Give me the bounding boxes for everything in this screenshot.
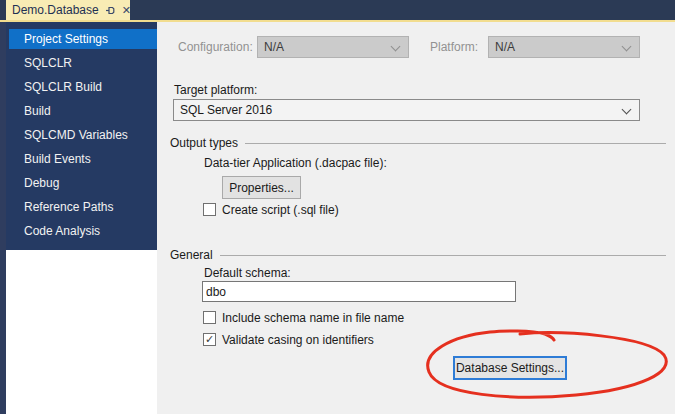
- target-platform-dropdown[interactable]: SQL Server 2016: [173, 99, 640, 121]
- configuration-label: Configuration:: [178, 40, 253, 54]
- configuration-dropdown[interactable]: N/A: [257, 36, 409, 58]
- general-title: General: [170, 248, 213, 262]
- close-icon[interactable]: ✕: [122, 5, 131, 16]
- group-divider: [220, 255, 666, 256]
- sidebar-item-sqlclr-build[interactable]: SQLCLR Build: [9, 77, 157, 97]
- validate-casing-label: Validate casing on identifiers: [222, 333, 374, 347]
- sidebar-item-build-events[interactable]: Build Events: [9, 149, 157, 169]
- sidebar-item-sqlclr[interactable]: SQLCLR: [9, 53, 157, 73]
- create-script-label: Create script (.sql file): [222, 203, 339, 217]
- document-tab[interactable]: Demo.Database ✕: [6, 0, 130, 20]
- default-schema-label: Default schema:: [204, 266, 291, 280]
- sidebar-item-debug[interactable]: Debug: [9, 173, 157, 193]
- target-platform-label: Target platform:: [174, 83, 257, 97]
- include-schema-label: Include schema name in file name: [222, 311, 404, 325]
- sidebar-item-reference-paths[interactable]: Reference Paths: [9, 197, 157, 217]
- platform-label: Platform:: [430, 40, 478, 54]
- platform-value: N/A: [495, 40, 515, 54]
- sidebar-item-project-settings[interactable]: Project Settings: [9, 29, 157, 49]
- platform-dropdown[interactable]: N/A: [488, 36, 640, 58]
- default-schema-input[interactable]: [202, 281, 516, 302]
- sidebar-item-build[interactable]: Build: [9, 101, 157, 121]
- dacpac-label: Data-tier Application (.dacpac file):: [204, 156, 387, 170]
- target-platform-value: SQL Server 2016: [180, 103, 272, 117]
- chevron-down-icon: [622, 42, 632, 52]
- sidebar-item-sqlcmd-variables[interactable]: SQLCMD Variables: [9, 125, 157, 145]
- checkmark-icon: ✓: [205, 333, 214, 345]
- output-types-group-header: Output types: [170, 136, 666, 150]
- general-group-header: General: [170, 248, 666, 262]
- database-settings-button[interactable]: Database Settings...: [453, 356, 567, 380]
- include-schema-checkbox[interactable]: [203, 311, 216, 324]
- chevron-down-icon: [622, 105, 632, 115]
- pin-icon[interactable]: [105, 5, 116, 16]
- group-divider: [245, 143, 666, 144]
- validate-casing-checkbox[interactable]: ✓: [203, 333, 216, 346]
- create-script-checkbox[interactable]: [203, 203, 216, 216]
- chevron-down-icon: [391, 42, 401, 52]
- sidebar-item-code-analysis[interactable]: Code Analysis: [9, 221, 157, 241]
- tab-title: Demo.Database: [12, 3, 99, 17]
- vs-properties-window: Demo.Database ✕ Project Settings SQLCLR …: [0, 0, 675, 414]
- project-settings-page: [157, 22, 675, 414]
- output-types-title: Output types: [170, 136, 238, 150]
- properties-button[interactable]: Properties...: [222, 176, 301, 199]
- configuration-value: N/A: [264, 40, 284, 54]
- settings-nav-panel: Project Settings SQLCLR SQLCLR Build Bui…: [6, 22, 157, 250]
